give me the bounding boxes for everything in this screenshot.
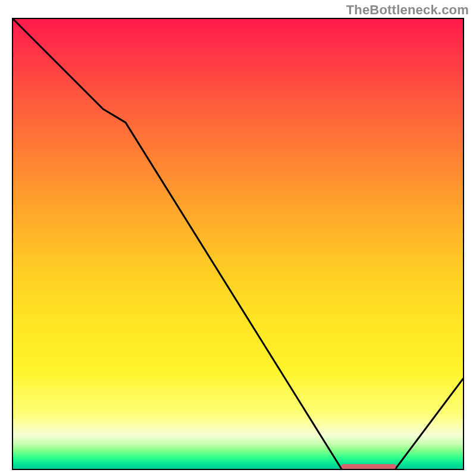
line-curve (13, 19, 463, 469)
attribution-text: TheBottleneck.com (346, 2, 469, 18)
curve-path (13, 19, 463, 469)
chart-frame (12, 18, 464, 470)
chart-root: TheBottleneck.com (0, 0, 476, 476)
optimum-marker (342, 464, 396, 469)
